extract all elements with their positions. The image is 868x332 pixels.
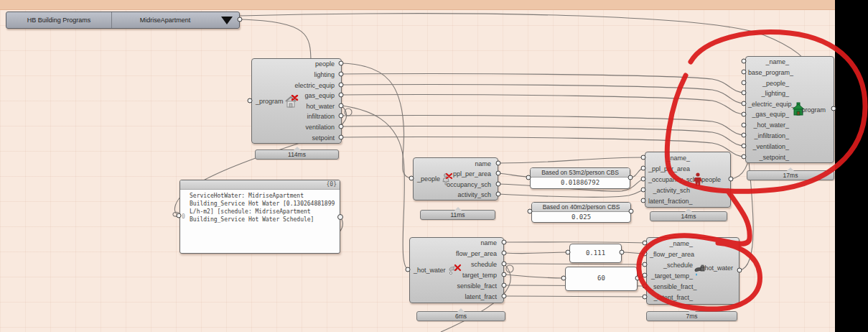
port-input-setpoint[interactable]: _setpoint_ xyxy=(748,153,789,162)
canvas-top-edge xyxy=(0,0,868,10)
port-input-name[interactable]: _name_ xyxy=(748,57,789,66)
port-input-sensible-fract[interactable]: _sensible_fract_ xyxy=(650,282,693,291)
port-input-lighting[interactable]: _lighting_ xyxy=(748,89,789,98)
port-output-occupancy-sch[interactable]: occupancy_sch xyxy=(434,180,491,189)
port-input-name[interactable]: _name_ xyxy=(650,239,693,248)
port-output-name[interactable]: name xyxy=(434,160,491,168)
right-dark-panel xyxy=(835,0,868,332)
profiler-deconstruct-hot-water[interactable]: 6ms xyxy=(416,311,505,321)
profiler-program[interactable]: 17ms xyxy=(747,170,834,180)
deconstruct-hot-water-component[interactable]: _hot_water name flow_per_area schedule t… xyxy=(409,237,504,303)
port-output-infiltration[interactable]: infiltration xyxy=(274,112,335,121)
profiler-notch xyxy=(454,207,462,211)
port-output-people[interactable]: people xyxy=(701,175,721,184)
hot-water-component[interactable]: _name_ _flow_per_area _schedule _target_… xyxy=(646,237,739,305)
port-output-people[interactable]: people xyxy=(274,60,335,68)
panel-row-index: 0 xyxy=(182,213,185,220)
port-input-latent-fraction[interactable]: latent_fraction_ xyxy=(648,197,690,206)
port-output-gas-equip[interactable]: gas_equip xyxy=(274,91,335,100)
profiler-notch xyxy=(294,147,301,150)
port-output-electric-equip[interactable]: electric_equip xyxy=(274,81,335,90)
port-input-occupancy-sch[interactable]: _occupancy_sch xyxy=(648,175,690,184)
port-input-schedule[interactable]: _schedule xyxy=(650,261,693,269)
profiler-deconstruct-people[interactable]: 11ms xyxy=(420,210,495,220)
profiler-hot-water[interactable]: 7ms xyxy=(646,311,737,321)
port-output-ppl-per-area[interactable]: ppl_per_area xyxy=(434,170,491,178)
value-list-selected-value: MidriseApartment xyxy=(112,13,218,27)
port-output-name[interactable]: name xyxy=(431,239,497,247)
deconstruct-people-component[interactable]: _people name ppl_per_area occupancy_sch … xyxy=(413,157,498,200)
profiler-notch xyxy=(787,167,794,171)
port-input-ventilation[interactable]: _ventilation_ xyxy=(748,142,789,151)
program-component[interactable]: _name_ base_program_ _people_ _lighting_… xyxy=(745,56,834,163)
profiler-time: 7ms xyxy=(686,313,697,320)
panel-value: 0.111 xyxy=(570,244,621,262)
port-output-flow-per-area[interactable]: flow_per_area xyxy=(431,249,497,258)
port-input-target-temp[interactable]: _target_temp_ xyxy=(650,272,693,280)
port-output-ventilation[interactable]: ventilation xyxy=(274,123,335,132)
profiler-people[interactable]: 14ms xyxy=(650,211,727,221)
port-input-flow-per-area[interactable]: _flow_per_area xyxy=(650,250,693,259)
panel-flow-value[interactable]: 0.111 xyxy=(569,244,622,263)
profiler-notch xyxy=(689,308,696,312)
profiler-time: 11ms xyxy=(450,211,465,218)
port-input-gas-equip[interactable]: _gas_equip_ xyxy=(748,110,789,119)
port-output-schedule[interactable]: schedule xyxy=(431,260,497,269)
port-output-target-temp[interactable]: target_temp xyxy=(431,271,497,280)
people-component[interactable]: _name_ _ppl_per_area _occupancy_sch _act… xyxy=(645,152,731,208)
panel-value: 60 xyxy=(566,267,637,290)
port-input-name[interactable]: _name_ xyxy=(648,154,690,162)
panel-title: Based on 53m2/person CBS xyxy=(531,168,630,177)
port-output-setpoint[interactable]: setpoint xyxy=(274,134,335,142)
port-input-latent-fract[interactable]: _latent_fract_ xyxy=(650,293,693,302)
port-input-infiltration[interactable]: _infiltration_ xyxy=(748,132,789,140)
port-input-base-program[interactable]: base_program_ xyxy=(748,68,789,77)
dropdown-arrow-icon[interactable] xyxy=(221,17,233,24)
value-list-dropdown[interactable]: HB Building Programs MidriseApartment xyxy=(6,11,240,29)
value-list-category: HB Building Programs xyxy=(6,13,111,27)
profiler-time: 114ms xyxy=(288,151,306,158)
panel-text: ServiceHotWater: MidriseApartment Buildi… xyxy=(190,192,338,252)
deconstruct-program-component[interactable]: _program people lighting electric_equip … xyxy=(251,58,342,144)
panel-path-tag: {0} xyxy=(180,180,340,190)
panel-value: 0.025 xyxy=(532,212,630,222)
port-output-lighting[interactable]: lighting xyxy=(274,70,335,79)
panel-title: Based on 40m2/person CBS xyxy=(532,203,630,212)
port-input-hot-water[interactable]: _hot_water_ xyxy=(748,121,789,129)
port-input-electric-equip[interactable]: _electric_equip_ xyxy=(748,100,789,109)
panel-temp-value[interactable]: 60 xyxy=(565,267,638,291)
profiler-notch xyxy=(685,208,692,212)
profiler-time: 6ms xyxy=(455,313,467,320)
port-output-sensible-fract[interactable]: sensible_fract xyxy=(431,282,497,290)
profiler-deconstruct-program[interactable]: 114ms xyxy=(255,149,339,160)
port-output-hot-water[interactable]: hot_water xyxy=(274,102,335,111)
grasshopper-canvas[interactable]: HB Building Programs MidriseApartment _p… xyxy=(0,0,868,332)
panel-40m2-person[interactable]: Based on 40m2/person CBS 0.025 xyxy=(531,202,631,223)
profiler-time: 14ms xyxy=(681,213,696,220)
port-output-program[interactable]: program xyxy=(801,106,826,114)
panel-53m2-person[interactable]: Based on 53m2/person CBS 0.01886792 xyxy=(530,167,630,189)
profiler-time: 17ms xyxy=(783,172,798,179)
port-input-ppl-per-area[interactable]: _ppl_per_area xyxy=(648,165,690,173)
port-output-hot-water[interactable]: hot_water xyxy=(704,264,733,272)
panel-value: 0.01886792 xyxy=(531,177,630,188)
port-output-activity-sch[interactable]: activity_sch xyxy=(434,190,491,199)
service-hot-water-panel[interactable]: {0} 0 ServiceHotWater: MidriseApartment … xyxy=(179,180,340,254)
port-output-latent-fract[interactable]: latent_fract xyxy=(431,292,497,301)
port-input-activity-sch[interactable]: _activity_sch xyxy=(648,186,690,195)
profiler-notch xyxy=(457,308,465,312)
port-input-people[interactable]: _people_ xyxy=(748,79,789,88)
